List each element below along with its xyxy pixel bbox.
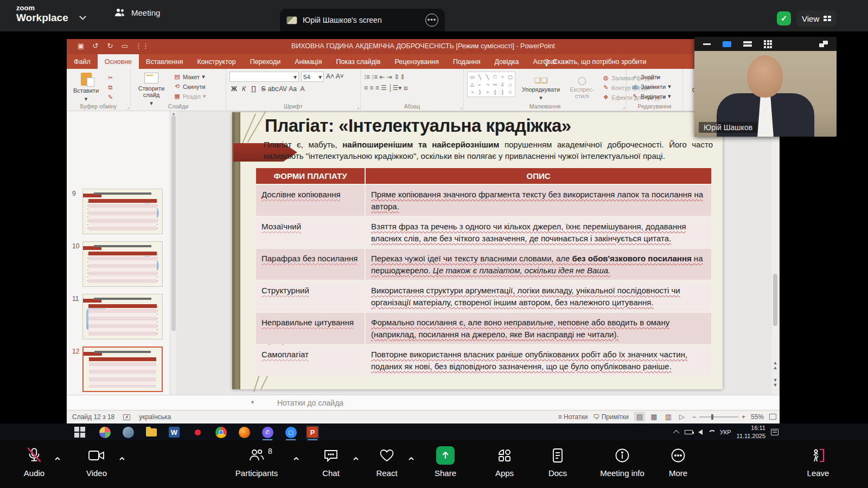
format-painter-button[interactable]: ✎: [105, 93, 116, 101]
new-slide-button[interactable]: Створити слайд▾: [134, 72, 169, 108]
taskbar-icon-firefox[interactable]: [238, 426, 251, 439]
slide-sorter-view-button[interactable]: ▦: [648, 412, 659, 421]
font-toggle-button[interactable]: К: [239, 84, 248, 93]
font-toggle-button[interactable]: П: [249, 84, 258, 93]
ribbon-tab[interactable]: Рецензування: [387, 54, 445, 69]
stacked-view-icon[interactable]: [743, 41, 752, 47]
layout-button[interactable]: ▤Макет▾: [172, 73, 207, 81]
cut-button[interactable]: ✂: [105, 74, 116, 82]
replace-button[interactable]: abЗамінити▾: [630, 82, 673, 91]
chat-options-chevron[interactable]: [353, 457, 359, 461]
font-toggle-button[interactable]: S: [259, 84, 268, 93]
normal-view-button[interactable]: ▤: [634, 412, 645, 421]
previous-slide-button[interactable]: ▲▲: [772, 361, 778, 370]
font-name-combo[interactable]: ▾: [229, 72, 299, 82]
zoom-slider[interactable]: − +: [692, 413, 745, 421]
taskbar-icon-zoom[interactable]: ▢: [284, 426, 297, 439]
quick-styles-button[interactable]: ◯ Експрес-стилі: [566, 75, 597, 100]
tab-meeting[interactable]: Meeting: [114, 8, 160, 17]
more-button[interactable]: More: [662, 446, 694, 478]
slideshow-view-button[interactable]: ▷: [677, 412, 687, 421]
notes-collapse-icon[interactable]: ▼: [250, 400, 255, 405]
chat-button[interactable]: Chat: [315, 446, 347, 478]
paragraph-dialog-launcher[interactable]: ⌟: [460, 104, 462, 110]
ribbon-tab[interactable]: Вставлення: [139, 54, 190, 69]
align-buttons[interactable]: ≡ ≡ ≡ ☰ │☰▾ ⧈: [364, 82, 407, 93]
arrange-button[interactable]: ❏❏ Упорядкувати▾: [519, 75, 563, 102]
clipboard-dialog-launcher[interactable]: ⌟: [127, 104, 129, 110]
zoom-out-button[interactable]: −: [692, 413, 696, 421]
participant-video-tile[interactable]: Юрій Шашков: [694, 37, 837, 137]
slide-thumbnail[interactable]: 11: [67, 294, 169, 343]
spellcheck-icon[interactable]: ✗: [123, 414, 130, 420]
font-toggle-button[interactable]: Ж: [229, 84, 239, 93]
taskbar-icon-word[interactable]: W: [168, 426, 181, 439]
participants-options-chevron[interactable]: [293, 457, 299, 461]
slide-scrollbar[interactable]: ▲▲ ▼▼: [772, 111, 778, 395]
slide-thumbnail[interactable]: 12: [67, 346, 169, 395]
font-dialog-launcher[interactable]: ⌟: [357, 104, 359, 110]
copy-button[interactable]: ⧉: [105, 84, 116, 92]
slide-thumbnail-image[interactable]: [82, 241, 163, 287]
audio-options-chevron[interactable]: [54, 457, 61, 461]
slide-thumbnail-image[interactable]: [82, 346, 163, 392]
taskbar-icon-search[interactable]: [122, 426, 135, 439]
ribbon-tab[interactable]: Файл: [67, 54, 98, 69]
font-toggle-button[interactable]: AV: [278, 84, 288, 93]
list-buttons[interactable]: ⁝≡ ⁝≡ ⇤ ⇥ ⇕ ⫴: [364, 72, 407, 82]
shapes-gallery[interactable]: ▭╲╲□○▢ △⌐¬⇨⇩⌂ ~)~{}☆: [467, 72, 515, 97]
next-slide-button[interactable]: ▼▼: [772, 378, 778, 388]
battery-icon[interactable]: [685, 430, 693, 434]
comments-toggle[interactable]: 🗨 Примітки: [593, 413, 629, 421]
ribbon-tab[interactable]: Показ слайдів: [329, 54, 388, 69]
tab-shared-screen[interactable]: Юрій Шашков's screen •••: [280, 9, 445, 31]
volume-icon[interactable]: [698, 429, 703, 435]
taskbar-icon-chrome[interactable]: [214, 426, 227, 439]
popout-view-icon[interactable]: [819, 41, 828, 47]
workspace-chevron-down-icon[interactable]: [79, 13, 86, 20]
slide-thumbnail[interactable]: 9: [67, 189, 169, 237]
react-button[interactable]: React: [370, 446, 404, 478]
participants-button[interactable]: 8 Participants: [232, 446, 281, 478]
docs-button[interactable]: Docs: [541, 446, 574, 478]
taskbar-icon-file-explorer[interactable]: [145, 426, 158, 439]
network-icon[interactable]: [708, 430, 714, 434]
slide-thumbnail-image[interactable]: [82, 189, 163, 234]
section-button[interactable]: ▦Розділ▾: [172, 92, 207, 100]
audio-button[interactable]: Audio: [15, 446, 53, 478]
keyboard-language[interactable]: УКР: [720, 429, 731, 435]
zoom-in-button[interactable]: +: [742, 413, 745, 421]
ribbon-tab[interactable]: Довідка: [487, 54, 526, 69]
start-button[interactable]: [73, 426, 86, 439]
share-button[interactable]: Share: [429, 446, 462, 478]
slide-thumbnail-image[interactable]: [82, 294, 163, 339]
language-indicator[interactable]: українська: [139, 413, 171, 421]
minimize-video-icon[interactable]: [703, 43, 711, 45]
react-options-chevron[interactable]: [408, 457, 414, 461]
tab-more-options-button[interactable]: •••: [425, 14, 438, 27]
meeting-info-button[interactable]: Meeting info: [592, 446, 652, 478]
taskbar-icon-opera[interactable]: [191, 426, 204, 439]
ribbon-tab[interactable]: Анімація: [288, 54, 329, 69]
slide-thumbnail[interactable]: 10: [67, 241, 169, 290]
reset-button[interactable]: ⟲Скинути: [172, 82, 207, 91]
apps-button[interactable]: Apps: [488, 446, 521, 478]
notes-pane[interactable]: ▼ Нотатки до слайда: [67, 395, 780, 410]
action-center-icon[interactable]: [771, 429, 778, 435]
active-speaker-view-icon[interactable]: [723, 41, 731, 47]
ribbon-tab[interactable]: Конструктор: [190, 54, 242, 69]
ribbon-tab[interactable]: Основне: [98, 54, 139, 69]
zoom-percent[interactable]: 55%: [751, 413, 764, 421]
taskbar-icon-viber[interactable]: ✆: [261, 426, 274, 439]
font-size-combo[interactable]: 54▾: [301, 72, 324, 82]
ribbon-tab[interactable]: Переходи: [243, 54, 288, 69]
leave-button[interactable]: Leave: [802, 446, 834, 478]
font-toggle-button[interactable]: A: [298, 84, 307, 93]
reading-view-button[interactable]: ▥: [663, 412, 674, 421]
view-button[interactable]: View: [796, 10, 837, 27]
gallery-grid-icon[interactable]: [764, 40, 772, 48]
clock[interactable]: 16:11 11.11.2025: [737, 424, 765, 440]
select-button[interactable]: ⇖Виділити▾: [630, 92, 673, 100]
drawing-dialog-launcher[interactable]: ⌟: [623, 104, 625, 110]
video-button[interactable]: Video: [78, 446, 116, 478]
